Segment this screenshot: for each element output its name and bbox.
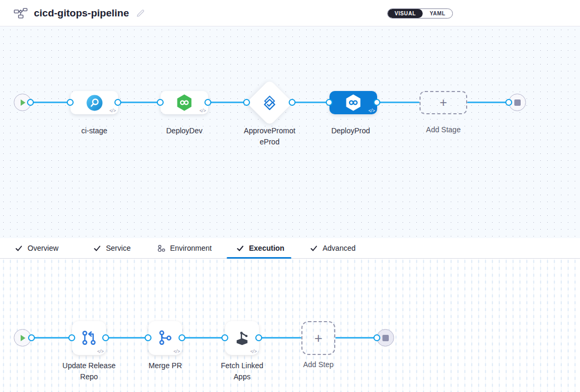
play-icon <box>20 99 26 106</box>
code-icon: </> <box>174 349 180 354</box>
stage-label: DeployProd <box>319 125 382 136</box>
connector-line <box>335 337 377 339</box>
check-icon <box>93 244 101 252</box>
connector-dot[interactable] <box>505 99 512 106</box>
execution-step-canvas[interactable]: </> </> </> + <box>0 259 580 392</box>
code-icon: </> <box>369 108 374 113</box>
add-stage-button[interactable]: + <box>420 91 467 114</box>
tab-overview[interactable]: Overview <box>15 238 58 258</box>
add-stage-label: Add Stage <box>412 124 475 135</box>
connector-dot[interactable] <box>326 99 333 106</box>
toggle-visual[interactable]: VISUAL <box>388 9 423 18</box>
stop-icon <box>514 99 521 106</box>
code-icon: </> <box>110 108 115 113</box>
ci-build-icon <box>86 95 103 111</box>
tab-label: Advanced <box>323 244 355 252</box>
connector-dot[interactable] <box>243 99 250 106</box>
stage-label: ApprovePromoteProd <box>243 125 296 148</box>
cd-deploy-icon <box>175 94 193 112</box>
connector-dot[interactable] <box>373 334 380 341</box>
check-icon <box>236 244 244 252</box>
connector-dot[interactable] <box>373 99 380 106</box>
step-label: Merge PR <box>133 360 197 371</box>
connector-dot[interactable] <box>289 99 296 106</box>
check-icon <box>15 244 23 252</box>
play-icon <box>20 334 26 342</box>
tab-label: Environment <box>170 244 212 252</box>
add-step-label: Add Step <box>287 359 350 370</box>
add-step-button[interactable]: + <box>301 321 335 355</box>
connector-line <box>467 102 508 103</box>
stage-node-ci-stage[interactable]: </> <box>70 91 118 114</box>
edit-pencil-icon[interactable] <box>136 8 145 17</box>
connector-dot[interactable] <box>145 334 151 341</box>
stage-label: DeployDev <box>153 125 216 136</box>
stage-node-deploydev[interactable]: </> <box>160 91 208 114</box>
connector-dot[interactable] <box>204 99 211 106</box>
fetch-linked-apps-icon <box>233 329 252 348</box>
active-tab-underline <box>227 257 291 259</box>
page-title: cicd-gitops-pipeline <box>34 7 129 19</box>
environment-icon <box>157 244 165 252</box>
connector-dot[interactable] <box>68 334 75 341</box>
connector-dot[interactable] <box>221 334 228 341</box>
stage-label: ci-stage <box>63 125 126 136</box>
connector-dot[interactable] <box>67 99 74 106</box>
step-node-update-release-repo[interactable]: </> <box>72 321 106 355</box>
step-label: Update Release Repo <box>57 360 121 382</box>
tab-label: Overview <box>28 244 58 252</box>
code-icon: </> <box>251 349 256 354</box>
stop-icon <box>382 335 389 341</box>
tab-advanced[interactable]: Advanced <box>310 238 355 258</box>
tab-label: Execution <box>249 244 284 252</box>
toggle-yaml[interactable]: YAML <box>423 9 452 18</box>
update-release-repo-icon <box>80 329 98 347</box>
stage-node-deployprod[interactable]: </> <box>329 91 377 114</box>
plus-icon: + <box>314 330 322 347</box>
stage-node-approvepromoteprod[interactable] <box>246 79 293 126</box>
connector-dot[interactable] <box>179 334 185 341</box>
header: cicd-gitops-pipeline VISUAL YAML <box>0 0 580 26</box>
stage-tabbar: Overview Service Environment Execution A… <box>0 238 580 259</box>
tab-service[interactable]: Service <box>93 238 131 258</box>
step-node-fetch-linked-apps[interactable]: </> <box>225 321 259 355</box>
tab-environment[interactable]: Environment <box>157 238 212 258</box>
plus-icon: + <box>440 95 447 110</box>
code-icon: </> <box>97 349 103 354</box>
visual-yaml-toggle: VISUAL YAML <box>387 8 453 19</box>
connector-dot[interactable] <box>255 334 262 341</box>
code-icon: </> <box>200 108 206 113</box>
cd-deploy-icon <box>344 94 362 112</box>
stage-canvas[interactable]: </> </> </> <box>0 26 580 238</box>
tab-execution[interactable]: Execution <box>236 238 284 258</box>
connector-dot[interactable] <box>27 99 34 106</box>
merge-pr-icon <box>156 329 174 347</box>
connector-dot[interactable] <box>28 334 35 341</box>
check-icon <box>310 244 318 252</box>
connector-dot[interactable] <box>157 99 164 106</box>
step-node-merge-pr[interactable]: </> <box>148 321 182 355</box>
tab-label: Service <box>106 244 131 252</box>
connector-dot[interactable] <box>102 334 109 341</box>
connector-dot[interactable] <box>114 99 121 106</box>
pipeline-icon <box>14 8 28 19</box>
step-label: Fetch Linked Apps <box>216 360 269 382</box>
